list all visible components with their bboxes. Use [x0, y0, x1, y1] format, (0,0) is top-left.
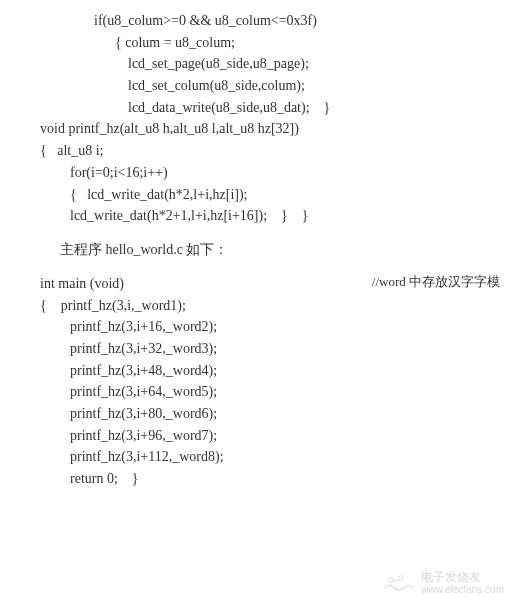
code-line: lcd_data_write(u8_side,u8_dat); }: [0, 97, 520, 119]
code-comment: //word 中存放汉字字模: [372, 273, 500, 295]
code-line: { lcd_write_dat(h*2,l+i,hz[i]);: [0, 184, 520, 206]
main-declaration: int main (void) //word 中存放汉字字模: [0, 273, 520, 295]
code-line: return 0; }: [0, 468, 520, 490]
code-line: lcd_write_dat(h*2+1,l+i,hz[i+16]); } }: [0, 205, 520, 227]
watermark-text: 电子发烧友 www.elecfans.com: [421, 571, 504, 595]
code-line: printf_hz(3,i+16,_word2);: [0, 316, 520, 338]
code-line: int main (void): [40, 273, 124, 295]
code-line: printf_hz(3,i+32,_word3);: [0, 338, 520, 360]
code-line: { colum = u8_colum;: [0, 32, 520, 54]
code-block-2: int main (void) //word 中存放汉字字模 { printf_…: [0, 273, 520, 490]
description-text: 主程序 hello_world.c 如下：: [60, 241, 520, 259]
code-line: printf_hz(3,i+48,_word4);: [0, 360, 520, 382]
code-line: lcd_set_page(u8_side,u8_page);: [0, 53, 520, 75]
watermark-icon: [383, 572, 415, 594]
code-line: { printf_hz(3,i,_word1);: [0, 295, 520, 317]
code-line: printf_hz(3,i+80,_word6);: [0, 403, 520, 425]
code-line: if(u8_colum>=0 && u8_colum<=0x3f): [0, 10, 520, 32]
code-line: printf_hz(3,i+96,_word7);: [0, 425, 520, 447]
code-block-1: if(u8_colum>=0 && u8_colum<=0x3f) { colu…: [0, 10, 520, 227]
code-line: printf_hz(3,i+64,_word5);: [0, 381, 520, 403]
watermark: 电子发烧友 www.elecfans.com: [383, 571, 504, 595]
code-line: printf_hz(3,i+112,_word8);: [0, 446, 520, 468]
code-line: { alt_u8 i;: [0, 140, 520, 162]
code-line: void printf_hz(alt_u8 h,alt_u8 l,alt_u8 …: [0, 118, 520, 140]
code-line: lcd_set_colum(u8_side,colum);: [0, 75, 520, 97]
watermark-site-name: 电子发烧友: [421, 571, 504, 584]
code-line: for(i=0;i<16;i++): [0, 162, 520, 184]
watermark-url: www.elecfans.com: [421, 584, 504, 595]
